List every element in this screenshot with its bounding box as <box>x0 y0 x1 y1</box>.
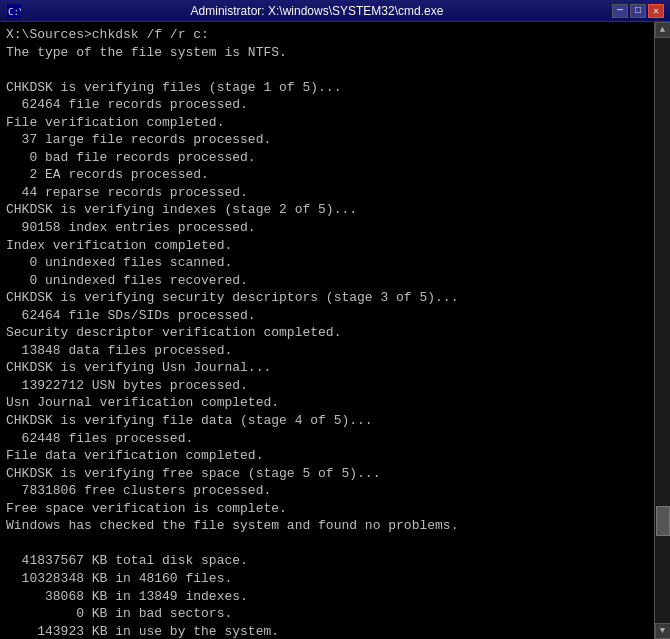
svg-text:C:\: C:\ <box>8 7 21 17</box>
terminal-output: X:\Sources>chkdsk /f /r c: The type of t… <box>6 26 664 639</box>
title-bar-left: C:\ <box>6 3 22 19</box>
restore-button[interactable]: □ <box>630 4 646 18</box>
scrollbar[interactable]: ▲ ▼ <box>654 22 670 639</box>
close-button[interactable]: ✕ <box>648 4 664 18</box>
scroll-up-button[interactable]: ▲ <box>655 22 671 38</box>
terminal-window: X:\Sources>chkdsk /f /r c: The type of t… <box>0 22 670 639</box>
minimize-button[interactable]: ─ <box>612 4 628 18</box>
scroll-track[interactable] <box>655 38 670 623</box>
title-bar: C:\ Administrator: X:\windows\SYSTEM32\c… <box>0 0 670 22</box>
scroll-down-button[interactable]: ▼ <box>655 623 671 639</box>
cmd-icon: C:\ <box>6 3 22 19</box>
scroll-thumb[interactable] <box>656 506 670 536</box>
window-title: Administrator: X:\windows\SYSTEM32\cmd.e… <box>22 4 612 18</box>
window-controls[interactable]: ─ □ ✕ <box>612 4 664 18</box>
